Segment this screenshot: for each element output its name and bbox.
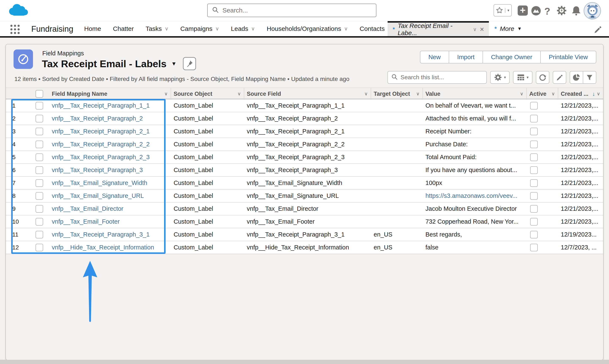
column-header-active[interactable]: Active∨ [527,88,558,100]
trailhead-icon[interactable] [531,5,541,17]
nav-item-tasks[interactable]: Tasks∨ [146,25,168,32]
star-icon[interactable] [494,7,505,14]
new-button[interactable]: New [420,51,449,64]
row-checkbox[interactable] [36,115,43,122]
edit-nav-pencil-icon[interactable] [593,25,602,35]
field-mapping-name-link[interactable]: vnfp__Tax_Email_Signature_Width [49,180,171,186]
app-name[interactable]: Fundraising [31,25,73,34]
list-settings-button[interactable]: ▾ [490,71,510,84]
value-cell: 732 Copperhead Road, New Yor... [423,218,527,225]
value-cell-link[interactable]: https://s3.amazonaws.com/veev... [423,192,527,199]
created-date-cell: 12/21/2023,... [558,167,603,174]
active-checkbox[interactable] [530,218,538,226]
nav-item-contacts[interactable]: Contacts∨ [360,25,391,32]
pin-list-view-button[interactable] [183,57,196,70]
quick-create-button[interactable]: + [518,5,528,16]
field-mapping-name-link[interactable]: vnfp__Tax_Receipt_Paragraph_2_2 [49,141,171,148]
field-mapping-name-link[interactable]: vnfp__Tax_Receipt_Paragraph_2 [49,115,171,122]
nav-item-label: Contacts [360,25,385,32]
row-checkbox[interactable] [36,154,43,161]
field-mapping-name-link[interactable]: vnfp__Tax_Email_Director [49,205,171,212]
active-checkbox[interactable] [530,205,538,213]
refresh-button[interactable] [536,71,549,84]
select-all-checkbox[interactable] [29,90,49,98]
field-mapping-name-link[interactable]: vnfp__Tax_Email_Footer [49,218,171,225]
field-mapping-name-link[interactable]: vnfp__Hide_Tax_Receipt_Information [49,244,171,251]
row-checkbox[interactable] [36,141,43,148]
global-search-input[interactable] [223,7,376,14]
row-checkbox[interactable] [36,128,43,135]
tab-chevron-icon[interactable]: ∨ [473,26,477,32]
display-as-table-button[interactable]: ▾ [513,71,532,84]
notifications-bell-icon[interactable] [571,5,581,16]
row-number: 5 [6,154,29,161]
nav-item-campaigns[interactable]: Campaigns∨ [180,25,219,32]
user-avatar[interactable] [584,2,601,19]
row-checkbox[interactable] [36,166,43,174]
field-mapping-name-link[interactable]: vnfp__Tax_Receipt_Paragraph_2_1 [49,128,171,135]
chevron-down-icon: ∨ [165,26,169,32]
active-checkbox[interactable] [530,128,538,135]
tab-more[interactable]: * More ▼ [494,21,522,36]
tab-close-icon[interactable]: ✕ [480,26,484,33]
source-object-cell: Custom_Label [171,192,244,199]
column-header-source-object[interactable]: Source Object∨ [171,88,244,100]
list-view-name[interactable]: Tax Receipt Email - Labels [42,58,166,70]
list-search[interactable] [387,71,487,84]
row-checkbox[interactable] [36,218,43,226]
printable-view-button[interactable]: Printable View [540,51,596,64]
chevron-down-icon[interactable]: ∨ [238,91,241,97]
row-checkbox[interactable] [36,192,43,200]
active-checkbox[interactable] [530,192,538,200]
list-view-selector-caret-icon[interactable]: ▼ [171,60,177,67]
active-checkbox[interactable] [530,102,538,109]
nav-item-leads[interactable]: Leads∨ [231,25,255,32]
field-mapping-name-link[interactable]: vnfp__Tax_Receipt_Paragraph_3 [49,167,171,174]
inline-edit-pencil-button[interactable] [553,71,566,84]
list-search-input[interactable] [400,74,486,81]
active-checkbox[interactable] [530,141,538,148]
active-checkbox[interactable] [530,166,538,174]
row-checkbox[interactable] [36,244,43,251]
chevron-down-icon[interactable]: ∨ [164,91,168,97]
chevron-down-icon[interactable]: ∨ [552,91,555,97]
field-mapping-name-link[interactable]: vnfp__Tax_Receipt_Paragraph_1_1 [49,102,171,109]
active-checkbox[interactable] [530,154,538,161]
import-button[interactable]: Import [449,51,483,64]
favorites-caret-icon[interactable]: ▾ [505,8,511,13]
column-header-source-field[interactable]: Source Field∨ [244,88,371,100]
row-checkbox[interactable] [36,205,43,213]
app-launcher-icon[interactable] [10,24,20,36]
row-checkbox[interactable] [36,179,43,187]
row-checkbox[interactable] [36,102,43,109]
source-field-cell: vnfp__Tax_Receipt_Paragraph_2_3 [244,154,371,161]
column-header-value[interactable]: Value∨ [423,88,527,100]
nav-item-households-organizations[interactable]: Households/Organizations∨ [267,25,348,32]
chevron-down-icon[interactable]: ∨ [520,91,523,97]
setup-gear-icon[interactable] [556,5,567,16]
global-search[interactable] [207,4,376,17]
chevron-down-icon[interactable]: ∨ [416,91,420,97]
field-mapping-name-link[interactable]: vnfp__Tax_Receipt_Paragraph_2_3 [49,154,171,161]
field-mapping-name-link[interactable]: vnfp__Tax_Email_Signature_URL [49,192,171,199]
row-checkbox[interactable] [36,231,43,238]
nav-item-chatter[interactable]: Chatter [113,25,134,32]
active-checkbox[interactable] [530,244,538,251]
active-checkbox[interactable] [530,179,538,187]
filters-button[interactable] [583,71,596,84]
active-checkbox[interactable] [530,115,538,122]
change-owner-button[interactable]: Change Owner [483,51,541,64]
chevron-down-icon[interactable]: ∨ [364,91,368,97]
column-header-created-[interactable]: Created ...↓∨ [558,88,603,100]
column-header-field-mapping-name[interactable]: Field Mapping Name∨ [49,88,171,100]
tab-tax-receipt-email-labels[interactable]: * Tax Receipt Email - Labe... ∨ ✕ [388,21,489,36]
charts-button[interactable] [570,71,583,84]
active-checkbox[interactable] [530,231,538,238]
column-header-target-object[interactable]: Target Object∨ [371,88,423,100]
favorites-button[interactable]: ▾ [493,4,512,16]
chevron-down-icon[interactable]: ∨ [597,91,600,97]
field-mapping-name-link[interactable]: vnfp__Tax_Receipt_Paragraph_3_1 [49,231,171,238]
source-object-cell: Custom_Label [171,102,244,109]
nav-item-home[interactable]: Home [84,25,101,32]
help-icon[interactable]: ? [544,5,550,17]
